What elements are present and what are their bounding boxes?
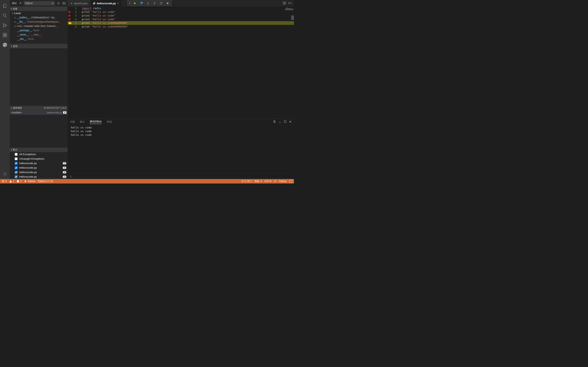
breakpoint-all-exceptions[interactable]: All Exceptions xyxy=(10,152,68,157)
activity-debug-icon[interactable] xyxy=(0,40,10,50)
code-line[interactable]: 2print "hello vs code" xyxy=(68,10,294,14)
tab-close-icon[interactable]: × xyxy=(117,2,119,5)
breakpoint-row[interactable]: hellovscode.py2 xyxy=(10,161,68,166)
debug-console-input[interactable]: ❯ xyxy=(68,174,294,179)
chevron-updown-icon: ⇵ xyxy=(52,2,53,4)
breakpoints-section-header[interactable]: ▾断点 xyxy=(10,148,68,152)
svg-point-2 xyxy=(3,26,4,27)
debug-step-out-icon[interactable] xyxy=(151,0,158,7)
breakpoint-row[interactable]: hellovscode.py4 xyxy=(10,170,68,175)
svg-rect-20 xyxy=(284,120,286,122)
debug-stop-icon[interactable] xyxy=(164,0,171,7)
status-encoding[interactable]: UTF-8 xyxy=(264,180,271,183)
status-run[interactable]: Python xyxy=(24,180,35,183)
svg-point-22 xyxy=(17,180,19,183)
breakpoint-checkbox[interactable] xyxy=(15,171,17,174)
callstack-section-header[interactable]: ▾调用堆栈 因 BREAKPOINT 已暂停 xyxy=(10,106,68,110)
variable-row[interactable]: __doc__: None xyxy=(10,37,68,41)
breakpoint-row[interactable]: hellovscode.py5 xyxy=(10,175,68,179)
activity-extensions-icon[interactable] xyxy=(0,30,10,40)
variables-scope-local[interactable]: ▾Local xyxy=(10,11,68,15)
status-lang[interactable]: Python xyxy=(279,180,287,183)
breakpoint-dot-icon[interactable] xyxy=(68,18,70,20)
status-warnings[interactable]: 1 xyxy=(9,180,14,183)
tab-hellovscode-py[interactable]: hellovscode.py × xyxy=(90,0,121,7)
breakpoint-dot-icon[interactable] xyxy=(68,11,70,13)
svg-rect-6 xyxy=(3,35,5,37)
status-errors[interactable]: 0 xyxy=(2,180,7,183)
minimap[interactable] xyxy=(285,7,293,10)
panel-close-icon[interactable]: ✕ xyxy=(289,120,292,124)
status-eol[interactable]: LF xyxy=(274,180,277,183)
breakpoint-uncaught-checkbox[interactable] xyxy=(15,157,17,160)
variables-section-header[interactable]: ▾变量 xyxy=(10,7,68,11)
breakpoint-row[interactable]: hellovscode.py3 xyxy=(10,166,68,170)
svg-rect-5 xyxy=(5,33,7,35)
debug-start-icon[interactable] xyxy=(19,2,22,5)
activity-search-icon[interactable] xyxy=(0,11,10,20)
debug-gear-icon[interactable] xyxy=(56,1,61,6)
current-breakpoint-icon xyxy=(68,22,71,24)
panel-collapse-icon[interactable]: ︿ xyxy=(278,120,281,124)
editor-more-icon[interactable]: ••• xyxy=(288,2,292,5)
code-line[interactable]: 1import redis xyxy=(68,7,294,10)
code-line[interactable]: 6print "hello vs code99999999" xyxy=(68,25,294,29)
status-infos[interactable]: 2 xyxy=(17,180,22,183)
svg-rect-4 xyxy=(3,33,5,35)
variable-row[interactable]: __name__: '__main__' xyxy=(10,33,68,37)
variable-row[interactable]: ▸__builtins__: {'ArithmeticError': <ty… xyxy=(10,15,68,20)
variable-row[interactable]: ▸redis: <module 'redis' from '/Users/z… xyxy=(10,24,68,28)
panel-tab-terminal[interactable]: 终端 xyxy=(107,120,112,124)
status-spaces[interactable]: 空格: 4 xyxy=(254,180,262,183)
svg-point-16 xyxy=(141,4,142,4)
panel-tab-output[interactable]: 输出 xyxy=(80,120,85,124)
svg-point-1 xyxy=(3,24,4,25)
debug-title: 调试 xyxy=(11,2,17,5)
split-editor-icon[interactable] xyxy=(283,1,286,5)
debug-step-into-icon[interactable] xyxy=(145,0,151,7)
debug-continue-icon[interactable] xyxy=(132,0,138,7)
svg-point-17 xyxy=(148,4,148,4)
stack-frame[interactable]: <module> hellovscode.py 5 xyxy=(10,110,68,115)
svg-point-18 xyxy=(154,2,155,3)
breakpoint-checkbox[interactable] xyxy=(15,166,17,169)
status-interpreter[interactable]: Python 2.7.10 xyxy=(38,180,53,183)
svg-rect-19 xyxy=(167,3,168,4)
activity-scm-icon[interactable] xyxy=(0,20,10,30)
svg-point-11 xyxy=(4,174,6,175)
panel-tab-debug-console[interactable]: 调试控制台 xyxy=(90,120,102,124)
status-feedback-icon[interactable] xyxy=(289,180,292,183)
debug-console-icon[interactable] xyxy=(62,1,66,6)
variable-row[interactable]: ▸__file__: '/Users/zhangkun/Desktop/vs… xyxy=(10,20,68,24)
settings-file-icon xyxy=(70,2,73,5)
code-line[interactable]: 4print "hello vs code" xyxy=(68,17,294,21)
breakpoint-checkbox[interactable] xyxy=(15,175,17,178)
svg-point-12 xyxy=(58,3,59,4)
debug-console-output: hello vs codehello vs codehello vs code xyxy=(68,125,294,174)
debug-restart-icon[interactable] xyxy=(158,0,164,7)
debug-toolbar-grip-icon[interactable]: ⠿ xyxy=(128,2,132,5)
python-file-icon xyxy=(93,2,95,5)
svg-point-0 xyxy=(3,14,6,16)
scrollbar-thumb[interactable] xyxy=(291,16,294,20)
svg-rect-7 xyxy=(5,35,7,37)
panel-tab-problems[interactable]: 问题 xyxy=(70,120,75,124)
debug-step-over-icon[interactable] xyxy=(138,0,145,7)
breakpoint-uncaught-exceptions[interactable]: Uncaught Exceptions xyxy=(10,157,68,161)
panel-clear-icon[interactable] xyxy=(273,120,276,124)
code-line[interactable]: 5print "hello vs code88888888" xyxy=(68,21,294,25)
debug-floating-toolbar[interactable]: ⠿ xyxy=(127,0,172,7)
breakpoint-dot-icon[interactable] xyxy=(68,15,70,17)
breakpoint-all-checkbox[interactable] xyxy=(15,153,17,156)
tab-launch-json[interactable]: launch.json xyxy=(68,0,90,7)
activity-files-icon[interactable] xyxy=(0,1,10,11)
watch-section-header[interactable]: ▾监视 xyxy=(10,44,68,48)
svg-rect-13 xyxy=(63,2,65,4)
code-line[interactable]: 3print "hello vs code" xyxy=(68,14,294,17)
breakpoint-checkbox[interactable] xyxy=(15,162,17,165)
activity-settings-icon[interactable] xyxy=(0,169,10,179)
status-cursor[interactable]: 行 5, 列 1 xyxy=(242,180,252,183)
debug-config-select[interactable]: Python ⇵ xyxy=(24,1,55,6)
variable-row[interactable]: __package__: None xyxy=(10,28,68,33)
panel-maximize-icon[interactable] xyxy=(284,120,287,124)
